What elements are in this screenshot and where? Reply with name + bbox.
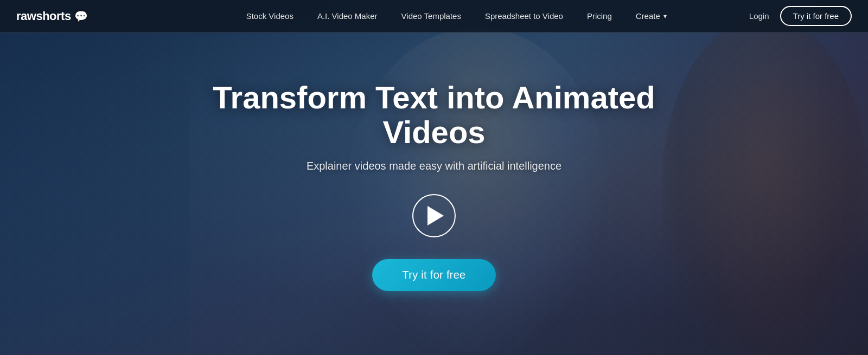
nav-create[interactable]: Create ▾ <box>624 11 679 21</box>
nav-spreadsheet-to-video[interactable]: Spreadsheet to Video <box>473 11 575 21</box>
nav-right: Login Try it for free <box>749 6 852 26</box>
nav-try-free-button[interactable]: Try it for free <box>780 6 852 26</box>
nav-pricing[interactable]: Pricing <box>575 11 624 21</box>
chevron-down-icon: ▾ <box>663 12 667 20</box>
nav-stock-videos[interactable]: Stock Videos <box>234 11 305 21</box>
hero-content: Transform Text into Animated Videos Expl… <box>0 0 868 355</box>
nav-video-templates[interactable]: Video Templates <box>390 11 473 21</box>
play-icon <box>427 206 444 225</box>
nav-create-label: Create <box>636 11 660 21</box>
hero-try-free-button[interactable]: Try it for free <box>372 259 495 291</box>
play-button[interactable] <box>412 194 456 237</box>
hero-title: Transform Text into Animated Videos <box>190 80 678 150</box>
navbar: rawshorts 💬 Stock Videos A.I. Video Make… <box>0 0 868 33</box>
logo-icon: 💬 <box>74 10 88 23</box>
nav-links: Stock Videos A.I. Video Maker Video Temp… <box>164 11 749 21</box>
logo-text: rawshorts <box>16 9 71 23</box>
hero-subtitle: Explainer videos made easy with artifici… <box>307 160 561 172</box>
nav-login-link[interactable]: Login <box>749 11 769 21</box>
nav-ai-video-maker[interactable]: A.I. Video Maker <box>305 11 390 21</box>
hero-section: rawshorts 💬 Stock Videos A.I. Video Make… <box>0 0 868 355</box>
logo[interactable]: rawshorts 💬 <box>16 9 88 23</box>
